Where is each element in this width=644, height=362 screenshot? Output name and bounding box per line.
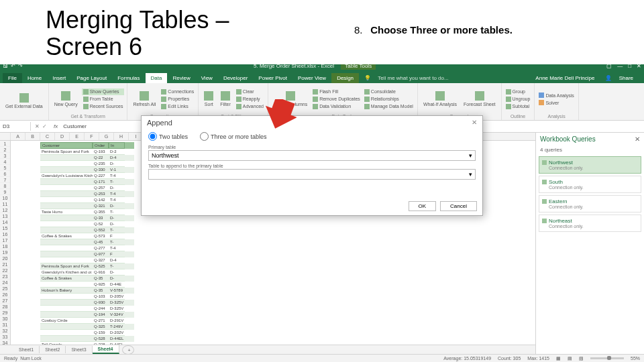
connections-button[interactable]: Connections <box>160 88 195 95</box>
share-button[interactable]: 👤 Share <box>600 73 644 83</box>
radio-two-tables[interactable]: Two tables <box>148 132 188 141</box>
append-dialog: Append✕ Two tables Three or more tables … <box>141 115 483 216</box>
sheet-tab-2[interactable]: Sheet2 <box>40 346 66 353</box>
instruction-step: 8. Choose Three or more tables. <box>354 24 513 36</box>
ungroup-button[interactable]: Ungroup <box>504 96 532 103</box>
tab-view[interactable]: View <box>196 73 218 83</box>
subtotal-button[interactable]: Subtotal <box>504 103 532 110</box>
tab-page-layout[interactable]: Page Layout <box>71 73 112 83</box>
status-count: Count: 305 <box>498 356 521 361</box>
flash-fill-button[interactable]: Flash Fill <box>311 88 362 95</box>
user-name[interactable]: Anne Marie Dell Principe <box>530 73 600 83</box>
name-box[interactable]: D3 <box>0 122 31 131</box>
sheet-tab-3[interactable]: Sheet3 <box>66 346 92 353</box>
filter-button[interactable]: Filter <box>217 84 233 113</box>
sort-button[interactable]: Sort <box>201 84 216 113</box>
queries-pane-title: Workbook Queries <box>540 135 596 143</box>
zoom-slider[interactable] <box>590 357 624 359</box>
data-analysis-button[interactable]: Data Analysis <box>537 92 575 99</box>
cancel-button[interactable]: Cancel <box>440 201 477 211</box>
ribbon-tabs: File Home Insert Page Layout Formulas Da… <box>0 71 644 83</box>
query-item-eastern[interactable]: EasternConnection only. <box>539 195 641 213</box>
manage-data-model-button[interactable]: Manage Data Model <box>363 103 415 110</box>
new-query-button[interactable]: New Query <box>52 84 80 113</box>
tab-file[interactable]: File <box>3 73 22 83</box>
svg-marker-0 <box>263 99 297 133</box>
tab-formulas[interactable]: Formulas <box>112 73 145 83</box>
tab-design[interactable]: Design <box>331 73 359 83</box>
workbook-queries-pane: Workbook Queries✕ 4 queries NorthwestCon… <box>535 133 644 354</box>
sheet-tab-4[interactable]: Sheet4 <box>93 345 119 354</box>
formula-bar[interactable]: Customer <box>60 122 89 131</box>
ok-button[interactable]: OK <box>409 201 437 211</box>
view-page-icon[interactable]: ▤ <box>568 356 572 361</box>
queries-count: 4 queries <box>536 145 644 154</box>
forecast-sheet-button[interactable]: Forecast Sheet <box>461 84 498 113</box>
dialog-close-icon[interactable]: ✕ <box>472 119 477 127</box>
sheet-tabs: Sheet1 Sheet2 Sheet3 Sheet4 + <box>0 345 535 354</box>
what-if-button[interactable]: What-If Analysis <box>421 84 460 113</box>
status-bar: Ready Num Lock Average: 15.05319149 Coun… <box>0 354 644 362</box>
data-table[interactable]: Customer Order In Peninsula Spoon and Fo… <box>40 142 134 345</box>
show-queries-button[interactable]: Show Queries <box>82 88 125 95</box>
query-item-northwest[interactable]: NorthwestConnection only. <box>539 156 641 174</box>
row-headers: 1234567891011121314151617181920212223242… <box>0 141 11 345</box>
tab-power-pivot[interactable]: Power Pivot <box>253 73 292 83</box>
primary-table-select[interactable]: Northwest▾ <box>148 150 476 161</box>
status-average: Average: 15.05319149 <box>443 356 491 361</box>
page-title: Merging Tables – Screen 6 <box>46 7 229 60</box>
tab-home[interactable]: Home <box>22 73 47 83</box>
sheet-tab-1[interactable]: Sheet1 <box>13 346 40 353</box>
relationships-button[interactable]: Relationships <box>363 96 415 103</box>
edit-links-button[interactable]: Edit Links <box>160 103 195 110</box>
from-table-button[interactable]: From Table <box>82 96 125 103</box>
fx-icon[interactable]: fx <box>51 123 60 129</box>
zoom-level[interactable]: 55% <box>631 356 640 361</box>
callout-arrow-icon <box>263 99 297 133</box>
properties-button[interactable]: Properties <box>160 96 195 103</box>
view-break-icon[interactable]: ▧ <box>579 356 584 361</box>
clear-button[interactable]: Clear <box>235 88 265 95</box>
solver-button[interactable]: Solver <box>537 99 575 106</box>
tab-developer[interactable]: Developer <box>218 73 253 83</box>
tab-power-view[interactable]: Power View <box>292 73 331 83</box>
reapply-button[interactable]: Reapply <box>235 96 265 103</box>
tab-data[interactable]: Data <box>146 73 168 83</box>
data-validation-button[interactable]: Data Validation <box>311 103 362 110</box>
tab-insert[interactable]: Insert <box>47 73 71 83</box>
accept-edit-icon[interactable]: ✓ <box>42 123 47 129</box>
view-normal-icon[interactable]: ▦ <box>556 356 561 361</box>
recent-sources-button[interactable]: Recent Sources <box>82 103 125 110</box>
advanced-button[interactable]: Advanced <box>235 103 265 110</box>
cancel-edit-icon[interactable]: ✕ <box>35 123 40 129</box>
tell-me-input[interactable]: 💡 Tell me what you want to do... <box>359 73 530 83</box>
query-item-south[interactable]: SouthConnection only. <box>539 176 641 193</box>
query-item-northeast[interactable]: NortheastConnection only. <box>539 215 641 232</box>
append-table-select[interactable]: ▾ <box>148 169 476 180</box>
status-max: Max: 1415 <box>527 356 549 361</box>
chevron-down-icon: ▾ <box>469 171 472 178</box>
add-sheet-button[interactable]: + <box>122 345 134 355</box>
get-external-data-button[interactable]: Get External Data <box>3 84 46 118</box>
group-button[interactable]: Group <box>504 88 532 95</box>
remove-duplicates-button[interactable]: Remove Duplicates <box>311 96 362 103</box>
dialog-title: Append <box>147 119 172 127</box>
chevron-down-icon: ▾ <box>469 152 472 159</box>
close-pane-icon[interactable]: ✕ <box>635 135 640 143</box>
radio-three-or-more[interactable]: Three or more tables <box>200 132 267 141</box>
consolidate-button[interactable]: Consolidate <box>363 88 415 95</box>
refresh-all-button[interactable]: Refresh All <box>130 84 158 113</box>
tab-review[interactable]: Review <box>167 73 195 83</box>
